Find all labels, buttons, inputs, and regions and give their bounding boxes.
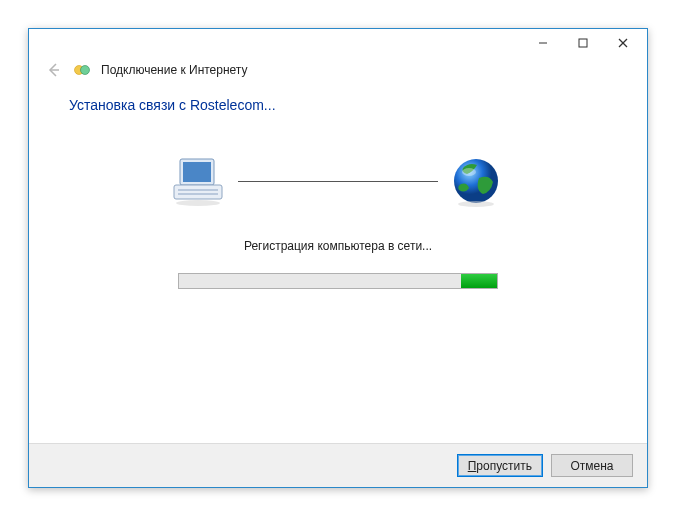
wizard-header: Подключение к Интернету bbox=[29, 57, 647, 89]
svg-point-12 bbox=[176, 200, 220, 206]
close-button[interactable] bbox=[603, 31, 643, 55]
svg-point-14 bbox=[462, 168, 476, 176]
svg-rect-9 bbox=[174, 185, 222, 199]
status-text: Регистрация компьютера в сети... bbox=[69, 239, 607, 253]
skip-accel: П bbox=[468, 459, 477, 473]
close-icon bbox=[618, 38, 628, 48]
svg-rect-1 bbox=[579, 39, 587, 47]
skip-button[interactable]: Пропустить bbox=[457, 454, 543, 477]
connection-graphic bbox=[69, 153, 607, 209]
svg-point-6 bbox=[81, 66, 90, 75]
content-area: Установка связи с Rostelecom... bbox=[29, 89, 647, 443]
globe-icon bbox=[444, 153, 508, 209]
svg-point-15 bbox=[458, 201, 494, 207]
back-arrow-icon bbox=[46, 62, 62, 78]
progress-fill bbox=[461, 274, 497, 288]
connection-line bbox=[238, 181, 438, 182]
skip-rest: ропустить bbox=[476, 459, 532, 473]
computer-icon bbox=[168, 153, 232, 209]
cancel-button[interactable]: Отмена bbox=[551, 454, 633, 477]
svg-rect-11 bbox=[178, 193, 218, 195]
maximize-icon bbox=[578, 38, 588, 48]
button-bar: Пропустить Отмена bbox=[29, 443, 647, 487]
back-button[interactable] bbox=[45, 61, 63, 79]
svg-rect-10 bbox=[178, 189, 218, 191]
progress-bar bbox=[178, 273, 498, 289]
wizard-window: Подключение к Интернету Установка связи … bbox=[28, 28, 648, 488]
titlebar bbox=[29, 29, 647, 57]
minimize-icon bbox=[538, 38, 548, 48]
minimize-button[interactable] bbox=[523, 31, 563, 55]
svg-rect-8 bbox=[183, 162, 211, 182]
main-heading: Установка связи с Rostelecom... bbox=[69, 97, 607, 113]
wizard-title: Подключение к Интернету bbox=[101, 63, 248, 77]
maximize-button[interactable] bbox=[563, 31, 603, 55]
connection-icon bbox=[73, 61, 91, 79]
